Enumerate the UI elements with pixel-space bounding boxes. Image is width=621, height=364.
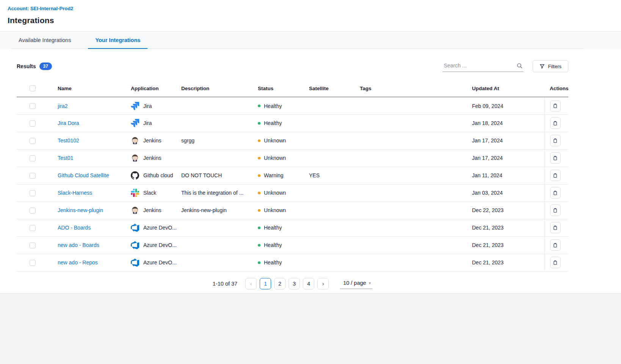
integration-name-link[interactable]: Slack-Harness: [58, 190, 92, 196]
description-cell: [178, 97, 255, 114]
updated-at-cell: Dec 21, 2023: [469, 236, 544, 254]
table-row: Jenkins-new-pluginJenkinsJenkins-new-plu…: [17, 202, 568, 219]
page-size-label: 10 / page: [343, 280, 366, 286]
previous-page-button[interactable]: ‹: [245, 278, 257, 289]
status-label: Healthy: [264, 103, 282, 109]
filters-button-label: Filters: [548, 64, 561, 69]
delete-button[interactable]: [550, 239, 561, 251]
status-badge: Warning: [258, 172, 303, 178]
page-size-select[interactable]: 10 / page ▾: [340, 278, 372, 289]
pagination-range-label: 1-10 of 37: [213, 281, 237, 287]
delete-button[interactable]: [550, 205, 561, 216]
jira-icon: [131, 102, 139, 110]
integration-name-link[interactable]: Jira Dora: [58, 120, 79, 126]
integration-name-link[interactable]: new ado - Repos: [58, 259, 98, 266]
next-page-button[interactable]: ›: [317, 278, 329, 289]
table-header-row: Name Application Description Status Sate…: [17, 82, 568, 97]
tags-cell: [357, 219, 469, 236]
row-checkbox[interactable]: [30, 260, 36, 266]
integration-name-link[interactable]: jira2: [58, 103, 67, 109]
integration-name-link[interactable]: Test01: [58, 155, 73, 161]
row-checkbox[interactable]: [30, 208, 36, 214]
tab-your-integrations[interactable]: Your Integrations: [88, 32, 147, 49]
page-button-3[interactable]: 3: [289, 278, 300, 289]
row-checkbox[interactable]: [30, 242, 36, 248]
column-header-status: Status: [255, 82, 306, 97]
results-label: Results: [17, 63, 36, 69]
row-checkbox[interactable]: [30, 225, 36, 231]
tags-cell: [357, 167, 469, 184]
integration-name-link[interactable]: new ado - Boards: [58, 242, 99, 248]
description-cell: sgrgg: [178, 132, 255, 149]
satellite-cell: [306, 202, 357, 219]
delete-button[interactable]: [550, 187, 561, 198]
status-label: Healthy: [264, 225, 282, 231]
integration-name-link[interactable]: ADO - Boards: [58, 225, 91, 231]
tags-cell: [357, 202, 469, 219]
application-label: Azure DevO...: [143, 225, 177, 231]
account-link[interactable]: Account: SEI-Internal-Prod2: [8, 6, 73, 11]
azure-devops-icon: [131, 241, 139, 249]
satellite-cell: [306, 236, 357, 254]
status-label: Healthy: [264, 242, 282, 248]
integration-name-link[interactable]: Github Cloud Satellite: [58, 172, 109, 178]
satellite-cell: [306, 184, 357, 202]
delete-button[interactable]: [550, 117, 561, 129]
integration-name-link[interactable]: Test0102: [58, 137, 79, 144]
trash-icon: [552, 242, 558, 248]
application-label: Jenkins: [143, 155, 161, 161]
row-checkbox[interactable]: [30, 138, 36, 144]
status-badge: Healthy: [258, 225, 303, 231]
search-box: [442, 61, 524, 72]
page-button-1[interactable]: 1: [260, 278, 271, 289]
status-label: Healthy: [264, 259, 282, 266]
updated-at-cell: Jan 17, 2024: [469, 132, 544, 149]
github-icon: [131, 171, 139, 180]
satellite-cell: [306, 114, 357, 132]
chevron-down-icon: ▾: [369, 281, 371, 286]
delete-button[interactable]: [550, 257, 561, 268]
delete-button[interactable]: [550, 170, 561, 181]
status-badge: Unknown: [258, 190, 303, 196]
application-label: Azure DevO...: [143, 259, 177, 266]
trash-icon: [552, 225, 558, 231]
status-label: Healthy: [264, 120, 282, 126]
page-button-2[interactable]: 2: [274, 278, 285, 289]
tab-available-integrations[interactable]: Available Integrations: [11, 32, 78, 49]
satellite-cell: YES: [306, 167, 357, 184]
page-button-4[interactable]: 4: [303, 278, 314, 289]
delete-button[interactable]: [550, 152, 561, 164]
row-checkbox[interactable]: [30, 120, 36, 127]
main-content: Results 37 Filters: [0, 49, 621, 294]
trash-icon: [552, 190, 558, 196]
description-cell: This is the integration of ...: [178, 184, 255, 202]
description-cell: [178, 149, 255, 167]
results-count-badge: 37: [39, 62, 52, 70]
description-cell: DO NOT TOUCH: [178, 167, 255, 184]
updated-at-cell: Jan 11, 2024: [469, 167, 544, 184]
search-input[interactable]: [443, 62, 516, 69]
jenkins-icon: [131, 206, 139, 214]
row-checkbox[interactable]: [30, 190, 36, 196]
row-checkbox[interactable]: [30, 155, 36, 161]
azure-devops-icon: [131, 258, 139, 267]
updated-at-cell: Dec 21, 2023: [469, 219, 544, 236]
row-checkbox[interactable]: [30, 173, 36, 179]
satellite-cell: [306, 219, 357, 236]
select-all-checkbox[interactable]: [30, 85, 36, 91]
delete-button[interactable]: [550, 135, 561, 146]
table-row: new ado - ReposAzure DevO...HealthyDec 2…: [17, 254, 568, 271]
status-dot-icon: [258, 105, 260, 107]
status-badge: Unknown: [258, 137, 303, 144]
jenkins-icon: [131, 154, 139, 162]
delete-button[interactable]: [550, 222, 561, 233]
delete-button[interactable]: [550, 100, 561, 112]
trash-icon: [552, 138, 558, 144]
integration-name-link[interactable]: Jenkins-new-plugin: [58, 207, 103, 213]
tags-cell: [357, 184, 469, 202]
satellite-cell: [306, 149, 357, 167]
filters-button[interactable]: Filters: [533, 60, 568, 72]
row-checkbox[interactable]: [30, 103, 36, 109]
table-row: jira2JiraHealthyFeb 09, 2024: [17, 97, 568, 114]
application-label: Slack: [143, 190, 156, 196]
